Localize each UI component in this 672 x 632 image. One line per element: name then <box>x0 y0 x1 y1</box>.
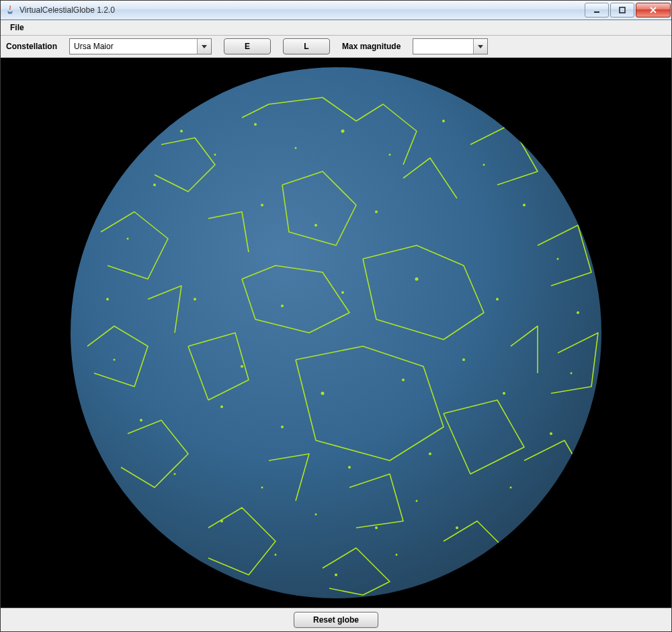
svg-point-21 <box>275 554 277 556</box>
svg-point-46 <box>375 526 378 529</box>
close-button[interactable] <box>636 3 671 17</box>
minimize-button[interactable] <box>585 3 609 17</box>
svg-point-41 <box>281 426 284 428</box>
svg-point-8 <box>341 130 345 133</box>
svg-point-38 <box>462 358 465 361</box>
globe-canvas[interactable] <box>1 58 671 608</box>
svg-point-33 <box>341 291 344 294</box>
menu-file[interactable]: File <box>5 22 30 34</box>
reset-globe-button[interactable]: Reset globe <box>294 612 378 628</box>
svg-point-34 <box>281 305 284 307</box>
svg-point-12 <box>523 204 526 206</box>
constellation-label: Constellation <box>6 42 57 51</box>
svg-point-24 <box>140 419 142 422</box>
svg-point-28 <box>153 184 156 186</box>
svg-point-18 <box>456 526 458 529</box>
svg-point-49 <box>261 487 263 489</box>
svg-point-7 <box>295 147 297 149</box>
svg-point-31 <box>375 210 378 213</box>
max-magnitude-select[interactable] <box>413 38 488 54</box>
svg-point-47 <box>416 500 418 502</box>
svg-point-43 <box>194 298 196 301</box>
svg-point-48 <box>315 514 317 516</box>
svg-point-20 <box>335 574 337 576</box>
window-control-buttons <box>584 1 671 19</box>
constellation-selected-value: Ursa Maior <box>74 42 114 51</box>
svg-point-35 <box>241 365 243 368</box>
svg-rect-1 <box>620 7 625 13</box>
footer: Reset globe <box>1 608 671 631</box>
svg-point-30 <box>314 224 317 227</box>
app-window: VirtualCelestialGlobe 1.2.0 File Constel… <box>0 0 672 632</box>
svg-point-16 <box>550 432 552 435</box>
svg-point-3 <box>71 67 601 598</box>
maximize-button[interactable] <box>610 3 634 17</box>
svg-point-25 <box>114 359 116 361</box>
svg-point-40 <box>348 466 351 469</box>
svg-point-32 <box>415 278 419 281</box>
svg-point-11 <box>483 164 485 166</box>
max-magnitude-label: Max magnitude <box>342 42 401 51</box>
svg-rect-0 <box>594 11 599 13</box>
menubar: File <box>1 20 671 36</box>
svg-point-10 <box>442 120 445 122</box>
svg-point-15 <box>571 372 573 374</box>
svg-point-27 <box>127 238 129 240</box>
svg-point-26 <box>106 298 109 301</box>
chevron-down-icon <box>473 39 487 54</box>
svg-point-19 <box>396 554 398 556</box>
svg-point-39 <box>429 452 431 455</box>
chevron-down-icon <box>197 39 211 54</box>
titlebar: VirtualCelestialGlobe 1.2.0 <box>1 1 671 20</box>
svg-point-29 <box>261 204 263 206</box>
e-button[interactable]: E <box>224 38 271 54</box>
svg-point-5 <box>214 154 216 156</box>
window-title: VirtualCelestialGlobe 1.2.0 <box>19 5 115 15</box>
svg-point-14 <box>577 311 579 314</box>
svg-point-17 <box>510 487 512 489</box>
svg-point-23 <box>174 473 176 475</box>
svg-point-36 <box>321 392 325 395</box>
celestial-globe <box>40 58 632 608</box>
l-button[interactable]: L <box>283 38 330 54</box>
svg-point-4 <box>180 130 183 132</box>
svg-point-22 <box>220 520 223 522</box>
svg-point-6 <box>254 123 257 126</box>
toolbar: Constellation Ursa Maior E L Max magnitu… <box>1 36 671 58</box>
svg-point-42 <box>220 405 223 408</box>
svg-point-37 <box>402 379 405 381</box>
svg-point-44 <box>496 298 499 301</box>
svg-point-13 <box>557 258 559 260</box>
svg-point-45 <box>503 392 505 395</box>
java-icon <box>5 5 15 15</box>
svg-point-9 <box>389 154 391 156</box>
constellation-select[interactable]: Ursa Maior <box>69 38 212 54</box>
